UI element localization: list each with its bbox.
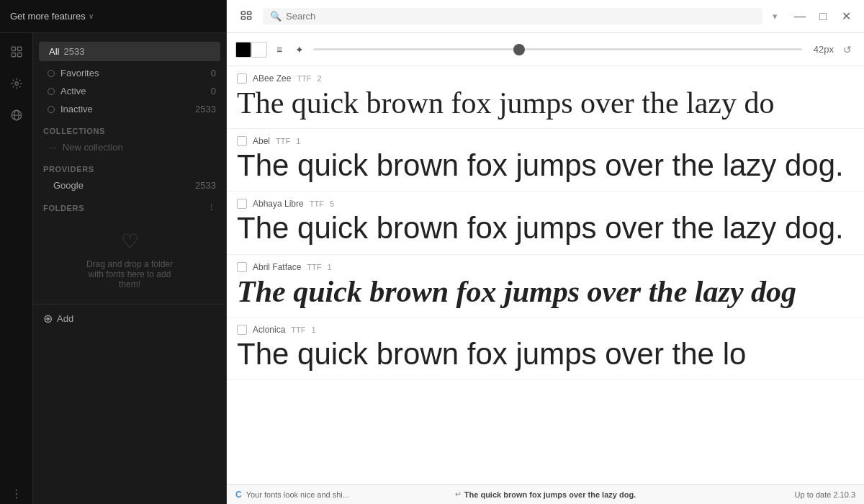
sidebar-inner: All 2533 Favorites 0 Active 0 Inactive bbox=[0, 33, 226, 504]
white-swatch[interactable] bbox=[251, 42, 267, 58]
close-button[interactable]: ✕ bbox=[837, 7, 855, 26]
nav-all-label: All bbox=[49, 46, 59, 57]
font-checkbox[interactable] bbox=[237, 262, 247, 272]
google-count: 2533 bbox=[195, 180, 216, 191]
font-count: 2 bbox=[318, 74, 322, 83]
get-more-features-label: Get more features bbox=[10, 11, 86, 22]
add-icon: ⊕ bbox=[43, 312, 53, 325]
status-left: C Your fonts look nice and shi... bbox=[235, 490, 438, 500]
font-item: Abel TTF 1 The quick brown fox jumps ove… bbox=[227, 129, 864, 192]
svg-point-8 bbox=[15, 490, 17, 491]
font-checkbox[interactable] bbox=[237, 199, 247, 209]
font-meta: Abel TTF 1 bbox=[237, 136, 854, 146]
font-preview: The quick brown fox jumps over the lazy … bbox=[237, 212, 854, 245]
filter-dropdown[interactable]: ▾ bbox=[768, 8, 782, 24]
view-toggle-button[interactable] bbox=[235, 6, 257, 27]
circle-icon bbox=[48, 88, 55, 95]
svg-point-9 bbox=[15, 493, 17, 495]
sidebar-icon-strip bbox=[0, 33, 33, 504]
new-collection-label: New collection bbox=[63, 142, 123, 153]
font-format: TTF bbox=[310, 199, 324, 208]
add-label: Add bbox=[57, 313, 73, 324]
font-meta: Aclonica TTF 1 bbox=[237, 325, 854, 335]
dots-icon[interactable] bbox=[6, 484, 27, 504]
text-align-button[interactable]: ≡ bbox=[273, 42, 286, 58]
sidebar-top-bar: Get more features ∨ bbox=[0, 0, 226, 33]
nav-all-row[interactable]: All 2533 bbox=[39, 42, 220, 61]
font-format: TTF bbox=[307, 263, 321, 271]
svg-rect-3 bbox=[17, 53, 21, 57]
folders-section-header: FOLDERS ⋮ bbox=[33, 194, 226, 215]
svg-rect-13 bbox=[241, 17, 245, 19]
svg-rect-0 bbox=[12, 47, 15, 50]
font-manager-icon[interactable] bbox=[6, 42, 27, 62]
font-name: Abel bbox=[253, 136, 270, 146]
status-bar: C Your fonts look nice and shi... ↵ The … bbox=[227, 484, 864, 504]
preview-toolbar: ≡ ✦ 42px ↺ bbox=[227, 33, 864, 66]
folders-menu-icon[interactable]: ⋮ bbox=[207, 203, 216, 212]
font-item: ABee Zee TTF 2 The quick brown fox jumps… bbox=[227, 66, 864, 129]
nav-all-count: 2533 bbox=[63, 46, 84, 57]
size-slider-container bbox=[313, 48, 802, 50]
magic-button[interactable]: ✦ bbox=[292, 42, 307, 58]
reset-button[interactable]: ↺ bbox=[840, 42, 855, 58]
nav-favorites-count: 0 bbox=[211, 68, 216, 78]
font-name: Abhaya Libre bbox=[253, 199, 304, 209]
google-label: Google bbox=[53, 180, 189, 191]
providers-header-label: PROVIDERS bbox=[43, 165, 94, 174]
minimize-button[interactable]: — bbox=[791, 7, 809, 26]
font-list: ABee Zee TTF 2 The quick brown fox jumps… bbox=[227, 66, 864, 484]
font-name: ABee Zee bbox=[253, 73, 291, 84]
svg-rect-1 bbox=[17, 47, 21, 50]
nav-item-inactive[interactable]: Inactive 2533 bbox=[33, 100, 226, 118]
font-checkbox[interactable] bbox=[237, 136, 247, 146]
collections-section-header: COLLECTIONS bbox=[33, 118, 226, 138]
folders-drag-text: Drag and drop a folder with fonts here t… bbox=[86, 259, 173, 289]
font-meta: Abhaya Libre TTF 5 bbox=[237, 199, 854, 209]
nav-inactive-count: 2533 bbox=[195, 104, 216, 114]
svg-rect-12 bbox=[248, 12, 251, 14]
status-right: Up to date 2.10.3 bbox=[652, 490, 855, 499]
nav-item-favorites[interactable]: Favorites 0 bbox=[33, 64, 226, 82]
status-logo: C bbox=[235, 490, 242, 500]
font-meta: Abril Fatface TTF 1 bbox=[237, 262, 854, 272]
svg-point-10 bbox=[15, 497, 17, 498]
font-size-label: 42px bbox=[808, 44, 834, 55]
circle-icon bbox=[48, 70, 55, 77]
nav-item-active[interactable]: Active 0 bbox=[33, 82, 226, 100]
font-size-slider[interactable] bbox=[313, 48, 802, 50]
font-preview: The quick brown fox jumps over the lo bbox=[237, 338, 854, 371]
circle-icon bbox=[48, 106, 55, 113]
maximize-button[interactable]: □ bbox=[814, 7, 832, 26]
svg-point-4 bbox=[14, 82, 18, 86]
nav-active-count: 0 bbox=[211, 86, 216, 96]
nav-item-google[interactable]: Google 2533 bbox=[33, 176, 226, 194]
font-count: 5 bbox=[330, 199, 334, 208]
font-item: Abril Fatface TTF 1 The quick brown fox … bbox=[227, 255, 864, 318]
search-input[interactable] bbox=[286, 11, 755, 22]
font-item: Abhaya Libre TTF 5 The quick brown fox j… bbox=[227, 192, 864, 254]
font-format: TTF bbox=[276, 137, 290, 145]
search-container: 🔍 bbox=[263, 8, 762, 24]
status-notification: Your fonts look nice and shi... bbox=[246, 490, 349, 499]
nav-inactive-label: Inactive bbox=[60, 104, 189, 114]
new-collection-button[interactable]: ··· New collection bbox=[33, 138, 226, 156]
svg-rect-14 bbox=[248, 17, 251, 19]
get-more-features-button[interactable]: Get more features ∨ bbox=[10, 11, 94, 22]
globe-icon[interactable] bbox=[6, 105, 27, 125]
search-icon: 🔍 bbox=[270, 11, 282, 22]
add-button[interactable]: ⊕ Add bbox=[33, 304, 226, 333]
font-preview: The quick brown fox jumps over the lazy … bbox=[237, 149, 854, 182]
folders-header-label: FOLDERS bbox=[43, 204, 84, 212]
nav-active-label: Active bbox=[60, 86, 205, 96]
sidebar: Get more features ∨ bbox=[0, 0, 227, 504]
nav-favorites-label: Favorites bbox=[60, 68, 205, 78]
collections-header-label: COLLECTIONS bbox=[43, 127, 105, 135]
font-checkbox[interactable] bbox=[237, 325, 247, 335]
font-preview: The quick brown fox jumps over the lazy … bbox=[237, 86, 854, 120]
font-name: Abril Fatface bbox=[253, 262, 301, 272]
color-swatches bbox=[235, 42, 267, 58]
settings-icon[interactable] bbox=[6, 73, 27, 94]
font-checkbox[interactable] bbox=[237, 73, 247, 84]
black-swatch[interactable] bbox=[235, 42, 251, 58]
